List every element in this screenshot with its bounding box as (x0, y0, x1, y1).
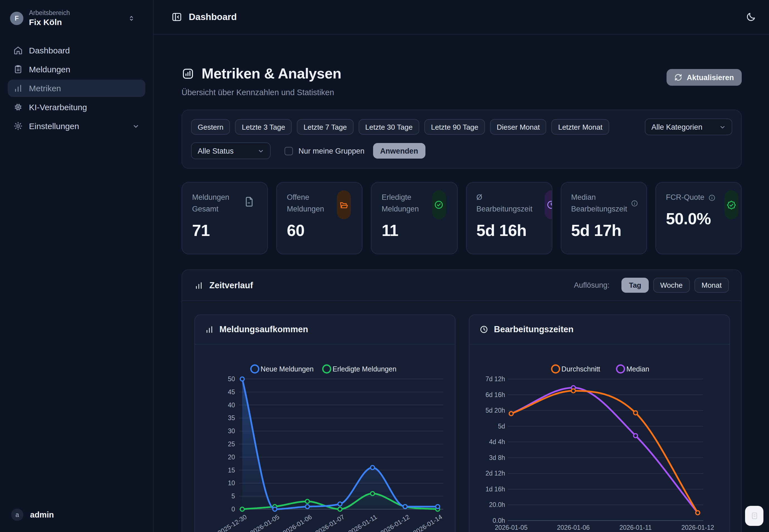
stat-label: Median Bearbeitungszeit (571, 192, 627, 215)
widget-button[interactable] (745, 506, 763, 526)
svg-text:5d: 5d (498, 423, 505, 430)
sidebar-item-label: Dashboard (29, 46, 70, 55)
home-icon (13, 46, 23, 55)
sidebar: F Arbeitsbereich Fix Köln Dashboard Meld… (0, 0, 154, 532)
header-title: Dashboard (189, 12, 237, 22)
svg-text:3d 8h: 3d 8h (489, 454, 505, 461)
svg-text:Median: Median (627, 365, 649, 373)
filter-chip-letzte-90-tage[interactable]: Letzte 90 Tage (424, 119, 485, 135)
svg-text:5d 20h: 5d 20h (486, 407, 505, 414)
stat-label: Erledigte Meldungen (382, 192, 419, 215)
filter-chip-letzte-30-tage[interactable]: Letzte 30 Tage (358, 119, 419, 135)
stats-grid: Meldungen Gesamt 71 Offene Meldungen 60 … (181, 182, 742, 254)
stat-card-offene-meldungen: Offene Meldungen 60 (276, 182, 362, 254)
svg-text:2026-01-05: 2026-01-05 (495, 524, 528, 531)
svg-text:40: 40 (228, 402, 235, 409)
stat-label: Meldungen Gesamt (192, 192, 229, 215)
header: Dashboard (154, 0, 769, 35)
sidebar-toggle-button[interactable] (171, 12, 182, 22)
gear-icon (13, 121, 23, 131)
sidebar-item-ki-verarbeitung[interactable]: KI-Verarbeitung (8, 98, 145, 116)
svg-text:Durchschnitt: Durchschnitt (562, 365, 600, 373)
info-icon (708, 194, 716, 201)
badge-check-icon (724, 190, 738, 219)
svg-text:30: 30 (228, 427, 235, 435)
circle-check-icon (432, 190, 446, 219)
workspace-switcher[interactable]: F Arbeitsbereich Fix Köln (8, 8, 145, 28)
svg-text:2026-01-12: 2026-01-12 (379, 513, 411, 532)
stat-value: 5d 17h (571, 221, 636, 240)
page-title: Metriken & Analysen (201, 65, 341, 82)
sidebar-item-metriken[interactable]: Metriken (8, 80, 145, 97)
svg-text:10: 10 (228, 479, 235, 487)
chart-title: Bearbeitungszeiten (494, 324, 574, 334)
resolution-button-tag[interactable]: Tag (622, 278, 648, 293)
timeline-header: Zeitverlauf Auflösung: TagWocheMonat (182, 270, 741, 301)
chart-card-meldungsaufkommen: Meldungsaufkommen 0510152025303540455020… (194, 314, 456, 532)
sidebar-item-label: Metriken (29, 83, 61, 93)
svg-text:50: 50 (228, 375, 235, 383)
sidebar-item-meldungen[interactable]: Meldungen (8, 61, 145, 78)
svg-text:2026-01-06: 2026-01-06 (281, 513, 313, 532)
timeline-title: Zeitverlauf (209, 280, 253, 290)
app-root: F Arbeitsbereich Fix Köln Dashboard Meld… (0, 0, 769, 532)
category-select[interactable]: Alle Kategorien (645, 119, 732, 135)
filter-chip-letzte-3-tage[interactable]: Letzte 3 Tage (235, 119, 292, 135)
stat-label: FCR-Quote (666, 192, 704, 204)
chart-card-bearbeitungszeiten: Bearbeitungszeiten 0.0h20.0h1d 16h2d 12h… (469, 314, 730, 532)
status-select[interactable]: Alle Status (191, 142, 271, 159)
sidebar-item-label: Meldungen (29, 65, 70, 74)
filter-chip-dieser-monat[interactable]: Dieser Monat (490, 119, 547, 135)
metrics-icon (181, 67, 194, 80)
line-chart-meldungsaufkommen: 051015202530354045502025-12-302026-01-05… (195, 344, 456, 532)
chevrons-up-down-icon (127, 14, 135, 22)
svg-text:2026-01-14: 2026-01-14 (412, 513, 444, 532)
sidebar-item-dashboard[interactable]: Dashboard (8, 42, 145, 59)
svg-text:2026-01-06: 2026-01-06 (557, 524, 590, 531)
resolution-button-monat[interactable]: Monat (694, 278, 729, 293)
svg-text:5: 5 (231, 492, 235, 500)
bar-chart-icon (194, 281, 203, 290)
sidebar-nav: Dashboard Meldungen Metriken KI-Verarbei… (8, 42, 145, 135)
user-name: admin (30, 510, 54, 519)
svg-text:2025-12-30: 2025-12-30 (216, 513, 248, 532)
my-groups-label: Nur meine Gruppen (298, 147, 364, 155)
svg-text:4d 4h: 4d 4h (489, 438, 505, 445)
stat-label: Offene Meldungen (287, 192, 324, 215)
page-subtitle: Übersicht über Kennzahlen und Statistike… (181, 88, 341, 97)
chevron-down-icon (132, 122, 140, 130)
charts-row: Meldungsaufkommen 0510152025303540455020… (182, 301, 741, 532)
theme-toggle-button[interactable] (746, 12, 756, 22)
stat-value: 71 (192, 221, 257, 240)
user-avatar: a (11, 509, 23, 521)
svg-text:0: 0 (231, 506, 235, 513)
filter-chip-letzte-7-tage[interactable]: Letzte 7 Tage (297, 119, 353, 135)
svg-text:20: 20 (228, 454, 235, 461)
cpu-icon (13, 102, 23, 112)
bar-chart-icon (205, 325, 214, 334)
sidebar-item-einstellungen[interactable]: Einstellungen (8, 117, 145, 135)
workspace-label: Arbeitsbereich (29, 9, 70, 16)
range-chips: GesternLetzte 3 TageLetzte 7 TageLetzte … (191, 119, 609, 135)
stat-card-fcr-quote: FCR-Quote 50.0% (655, 182, 742, 254)
file-text-icon (243, 196, 255, 208)
stat-label: Ø Bearbeitungszeit (477, 192, 532, 215)
stat-value: 50.0% (666, 210, 731, 228)
apply-button[interactable]: Anwenden (373, 143, 426, 159)
svg-text:0.0h: 0.0h (493, 517, 505, 524)
resolution-button-woche[interactable]: Woche (653, 278, 690, 293)
filter-chip-letzter-monat[interactable]: Letzter Monat (552, 119, 609, 135)
clipboard-list-icon (13, 65, 23, 74)
refresh-button[interactable]: Aktualisieren (667, 69, 742, 86)
workspace-name: Fix Köln (29, 17, 70, 27)
user-menu[interactable]: a admin (8, 506, 145, 523)
svg-text:15: 15 (228, 467, 235, 474)
my-groups-checkbox[interactable] (284, 147, 293, 155)
svg-text:2d 12h: 2d 12h (486, 470, 505, 477)
filter-chip-gestern[interactable]: Gestern (191, 119, 230, 135)
stat-value: 11 (382, 221, 447, 240)
svg-text:35: 35 (228, 414, 235, 422)
svg-text:2026-01-05: 2026-01-05 (249, 513, 281, 532)
refresh-icon (674, 73, 682, 81)
svg-text:Neue Meldungen: Neue Meldungen (260, 365, 313, 373)
